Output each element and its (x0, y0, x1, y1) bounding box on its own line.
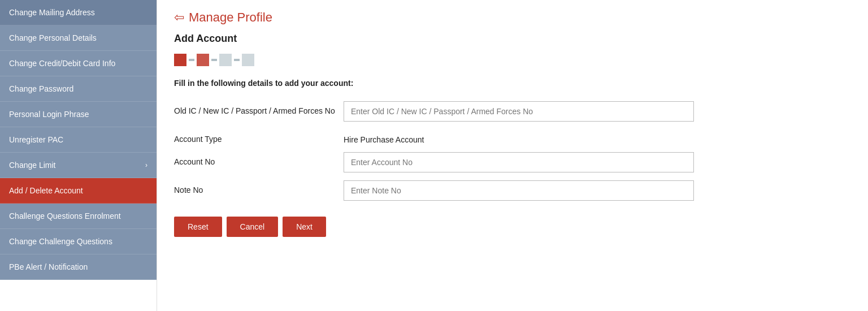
reset-button[interactable]: Reset (174, 217, 222, 237)
sidebar-item-label: PBe Alert / Notification (9, 262, 88, 271)
account-no-input[interactable] (344, 152, 694, 172)
cancel-button[interactable]: Cancel (227, 217, 279, 237)
sidebar-item-label: Personal Login Phrase (9, 110, 89, 119)
step-2 (197, 54, 209, 66)
sidebar-item-challenge-questions-enrolment[interactable]: Challenge Questions Enrolment (0, 204, 157, 229)
sidebar-item-change-password[interactable]: Change Password (0, 76, 157, 102)
sidebar-item-label: Challenge Questions Enrolment (9, 211, 121, 221)
ic-input[interactable] (344, 101, 694, 122)
note-no-row: Note No (174, 180, 851, 201)
account-type-row: Account Type Hire Purchase Account (174, 129, 851, 144)
button-row: Reset Cancel Next (174, 217, 851, 237)
sidebar-item-change-credit-debit-card[interactable]: Change Credit/Debit Card Info (0, 51, 157, 76)
ic-label: Old IC / New IC / Passport / Armed Force… (174, 101, 344, 115)
sidebar-item-personal-login-phrase[interactable]: Personal Login Phrase (0, 102, 157, 127)
main-content: ⇦ Manage Profile Add Account Fill in the… (157, 0, 868, 311)
note-no-field-wrapper (344, 180, 851, 201)
note-no-input[interactable] (344, 180, 694, 201)
step-connector-3 (234, 59, 240, 61)
sidebar-item-label: Change Mailing Address (9, 8, 95, 17)
step-4 (242, 54, 254, 66)
section-title: Add Account (174, 33, 851, 45)
note-no-label: Note No (174, 180, 344, 195)
sidebar-item-pbe-alert-notification[interactable]: PBe Alert / Notification (0, 254, 157, 280)
sidebar-item-change-limit[interactable]: Change Limit› (0, 153, 157, 178)
instruction-text: Fill in the following details to add you… (174, 79, 851, 88)
sidebar-item-change-challenge-questions[interactable]: Change Challenge Questions (0, 229, 157, 254)
account-type-label: Account Type (174, 129, 344, 144)
back-icon[interactable]: ⇦ (174, 10, 184, 25)
account-type-value: Hire Purchase Account (344, 129, 851, 144)
sidebar-item-label: Change Limit (9, 161, 56, 170)
account-no-field-wrapper (344, 152, 851, 172)
sidebar-item-change-personal-details[interactable]: Change Personal Details (0, 25, 157, 51)
sidebar-item-label: Change Password (9, 84, 73, 93)
step-connector-2 (211, 59, 217, 61)
sidebar-item-label: Unregister PAC (9, 135, 63, 144)
page-title: Manage Profile (189, 10, 272, 25)
step-3 (219, 54, 232, 66)
sidebar: Change Mailing AddressChange Personal De… (0, 0, 157, 311)
sidebar-item-label: Add / Delete Account (9, 186, 83, 195)
account-no-label: Account No (174, 152, 344, 166)
account-type-value-wrapper: Hire Purchase Account (344, 129, 851, 144)
add-account-form: Old IC / New IC / Passport / Armed Force… (174, 101, 851, 201)
ic-row: Old IC / New IC / Passport / Armed Force… (174, 101, 851, 122)
sidebar-item-label: Change Personal Details (9, 33, 97, 42)
chevron-right-icon: › (145, 161, 147, 169)
sidebar-item-add-delete-account[interactable]: Add / Delete Account (0, 178, 157, 204)
sidebar-item-label: Change Challenge Questions (9, 237, 112, 246)
ic-field-wrapper (344, 101, 851, 122)
account-no-row: Account No (174, 152, 851, 172)
sidebar-item-unregister-pac[interactable]: Unregister PAC (0, 127, 157, 153)
sidebar-item-label: Change Credit/Debit Card Info (9, 59, 115, 68)
progress-steps (174, 54, 851, 66)
step-1 (174, 54, 186, 66)
page-header: ⇦ Manage Profile (174, 10, 851, 25)
step-connector-1 (189, 59, 194, 61)
sidebar-item-change-mailing-address[interactable]: Change Mailing Address (0, 0, 157, 25)
next-button[interactable]: Next (283, 217, 326, 237)
